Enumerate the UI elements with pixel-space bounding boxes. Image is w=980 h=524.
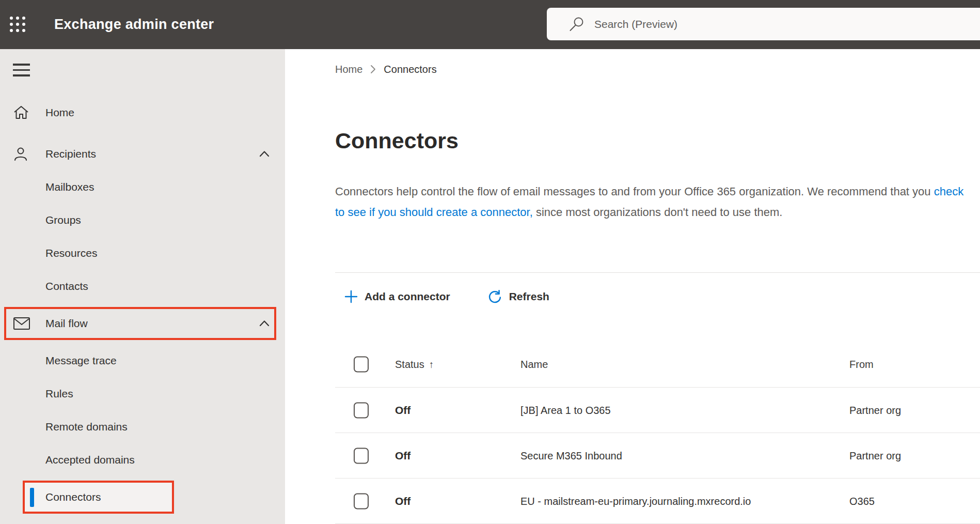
plus-icon [344,290,358,303]
sidebar-item-label: Rules [45,388,73,400]
sidebar-item-label: Contacts [45,280,88,292]
hamburger-menu-icon[interactable] [13,64,30,76]
sidebar-item-message-trace[interactable]: Message trace [0,344,285,377]
sidebar-item-label: Connectors [45,491,101,503]
breadcrumb-current: Connectors [384,64,436,75]
row-name: [JB] Area 1 to O365 [520,404,611,416]
chevron-right-icon [370,65,376,74]
description-text: Connectors help control the flow of emai… [335,185,934,198]
row-name: EU - mailstream-eu-primary.journaling.mx… [520,495,751,507]
sidebar: Home Recipients Mailboxes Groups Resourc… [0,49,285,524]
toolbar-divider [335,272,980,273]
row-from: O365 [849,495,875,507]
sidebar-item-label: Mailboxes [45,181,94,193]
sidebar-item-contacts[interactable]: Contacts [0,270,285,303]
sidebar-item-label: Accepted domains [45,454,135,466]
chevron-up-icon[interactable] [258,317,271,330]
toolbar: Add a connector Refresh [344,284,980,310]
column-header-status[interactable]: Status↑ [395,358,434,370]
sidebar-item-mail-flow[interactable]: Mail flow [0,307,285,340]
main-content: Home Connectors Connectors Connectors he… [285,49,980,524]
row-status: Off [395,450,410,462]
row-name: Secure M365 Inbound [520,450,622,461]
column-header-name[interactable]: Name [520,358,548,370]
add-connector-label: Add a connector [365,290,450,303]
refresh-button[interactable]: Refresh [487,289,549,304]
row-status: Off [395,495,410,507]
refresh-label: Refresh [509,290,549,303]
select-all-checkbox[interactable] [354,356,369,372]
column-header-from[interactable]: From [849,358,874,370]
breadcrumb: Home Connectors [335,62,980,76]
sidebar-nav: Home Recipients Mailboxes Groups Resourc… [0,96,285,514]
sidebar-item-label: Message trace [45,355,117,367]
home-icon [13,105,29,120]
description-text: since most organizations don't need to u… [533,206,783,219]
sidebar-item-groups[interactable]: Groups [0,204,285,237]
mail-icon [13,317,30,330]
sidebar-item-label: Recipients [45,148,96,160]
sidebar-item-remote-domains[interactable]: Remote domains [0,410,285,443]
sidebar-item-accepted-domains[interactable]: Accepted domains [0,443,285,476]
app-title: Exchange admin center [54,17,214,33]
table-row[interactable]: Off EU - mailstream-eu-primary.journalin… [335,479,980,524]
add-connector-button[interactable]: Add a connector [344,290,450,303]
sidebar-item-recipients[interactable]: Recipients [0,137,285,171]
table-row[interactable]: Off [JB] Area 1 to O365 Partner org [335,388,980,433]
page-description: Connectors help control the flow of emai… [335,181,965,223]
row-checkbox[interactable] [354,402,369,418]
refresh-icon [487,289,502,304]
sidebar-item-label: Mail flow [45,317,88,330]
sidebar-item-home[interactable]: Home [0,96,285,129]
row-status: Off [395,404,410,417]
row-from: Partner org [849,404,901,416]
sidebar-item-resources[interactable]: Resources [0,237,285,270]
connectors-table: Status↑ Name From Off [JB] Area 1 to O36… [335,341,980,524]
table-row[interactable]: Off Secure M365 Inbound Partner org [335,433,980,479]
row-checkbox[interactable] [354,493,369,509]
page-title: Connectors [335,128,980,153]
row-from: Partner org [849,450,901,461]
sidebar-item-label: Home [45,106,74,119]
chevron-up-icon[interactable] [258,147,271,161]
top-bar: Exchange admin center [0,0,980,49]
sidebar-item-rules[interactable]: Rules [0,377,285,410]
sidebar-item-label: Groups [45,214,81,226]
row-checkbox[interactable] [354,448,369,464]
selected-item-indicator [30,488,34,507]
app-launcher-icon[interactable] [10,17,26,33]
breadcrumb-home-link[interactable]: Home [335,64,362,75]
person-icon [13,146,28,162]
table-header-row: Status↑ Name From [335,341,980,388]
sidebar-item-connectors[interactable]: Connectors [0,481,285,514]
search-input[interactable] [547,8,980,40]
sidebar-item-mailboxes[interactable]: Mailboxes [0,171,285,204]
sort-ascending-icon: ↑ [429,359,434,369]
sidebar-item-label: Remote domains [45,421,128,433]
sidebar-item-label: Resources [45,247,97,259]
